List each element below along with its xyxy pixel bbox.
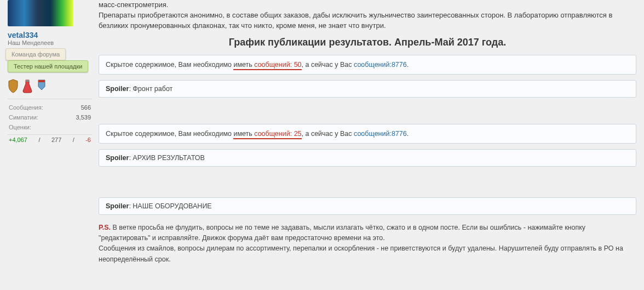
hidden-mid: , а сейчас у Вас [302, 61, 354, 69]
paragraph-1: Препараты приобретаются анонимно, в сост… [99, 10, 636, 31]
stat-likes-value: 3,539 [76, 114, 91, 121]
shield-icon [8, 79, 19, 93]
rep-positive[interactable]: +4,067 [9, 137, 27, 143]
rep-neutral[interactable]: 277 [51, 137, 61, 143]
spoiler-box-3[interactable]: Spoiler: НАШЕ ОБОРУДОВАНИЕ [99, 197, 636, 215]
badge-tester: Тестер нашей площадки [8, 60, 88, 72]
paragraph-0: масс-спектрометрия. [99, 0, 636, 10]
hidden-requirement: сообщений: 25 [254, 130, 301, 139]
award-icon [36, 79, 47, 93]
svg-rect-1 [38, 80, 45, 82]
spoiler-box-1[interactable]: Spoiler: Фронт работ [99, 80, 636, 98]
user-subtitle: Наш Менделеев [8, 39, 92, 46]
user-stats: Сообщения: 566 Симпатии: 3,539 Оценки: +… [8, 99, 92, 145]
hidden-requirement: сообщений: 50 [254, 61, 301, 70]
user-badges [8, 79, 92, 93]
reputation: +4,067 / 277 / -6 [8, 134, 92, 145]
username-link[interactable]: vetal334 [8, 31, 92, 39]
user-sidebar: vetal334 Наш Менделеев Команда форума Те… [8, 0, 92, 145]
stat-posts-value[interactable]: 566 [81, 104, 91, 111]
spoiler-label: Spoiler [106, 154, 129, 162]
spoiler-label: Spoiler [106, 85, 129, 93]
post-body: масс-спектрометрия. Препараты приобретаю… [99, 0, 636, 265]
avatar[interactable] [8, 0, 73, 26]
spoiler-title: Фронт работ [133, 85, 173, 93]
hidden-content-box-2: Скрытое содержимое, Вам необходимо иметь… [99, 124, 636, 144]
hidden-pre: Скрытое содержимое, Вам необходимо [106, 61, 233, 69]
flask-icon [22, 79, 33, 93]
svg-rect-0 [26, 80, 29, 82]
hidden-current-link[interactable]: сообщений:8776 [354, 61, 407, 69]
badge-team: Команда форума [5, 48, 66, 60]
spoiler-label: Spoiler [106, 202, 129, 210]
hidden-current-link[interactable]: сообщений:8776 [354, 130, 407, 138]
hidden-have: иметь [233, 130, 254, 139]
hidden-mid: , а сейчас у Вас [302, 130, 354, 138]
hidden-content-box-1: Скрытое содержимое, Вам необходимо иметь… [99, 55, 636, 75]
stat-posts-label: Сообщения: [9, 104, 43, 111]
spoiler-box-2[interactable]: Spoiler: АРХИВ РЕЗУЛЬТАТОВ [99, 149, 636, 167]
stat-marks-label: Оценки: [9, 124, 31, 130]
stat-likes-label: Симпатии: [9, 114, 38, 121]
rep-negative[interactable]: -6 [85, 137, 91, 143]
ps-paragraph-1: P.S. В ветке просьба не флудить, вопросы… [99, 223, 636, 244]
hidden-end: . [407, 130, 409, 138]
section-heading: График публикации результатов. Апрель-Ма… [99, 37, 636, 48]
ps-paragraph-2: Сообщения из смайлов, вопросы дилерам по… [99, 243, 636, 265]
hidden-have: иметь [233, 61, 254, 70]
spoiler-title: НАШЕ ОБОРУДОВАНИЕ [133, 202, 211, 210]
hidden-pre: Скрытое содержимое, Вам необходимо [106, 130, 233, 138]
hidden-end: . [407, 61, 409, 69]
ps-label: P.S. [99, 224, 111, 231]
spoiler-title: АРХИВ РЕЗУЛЬТАТОВ [133, 154, 204, 162]
